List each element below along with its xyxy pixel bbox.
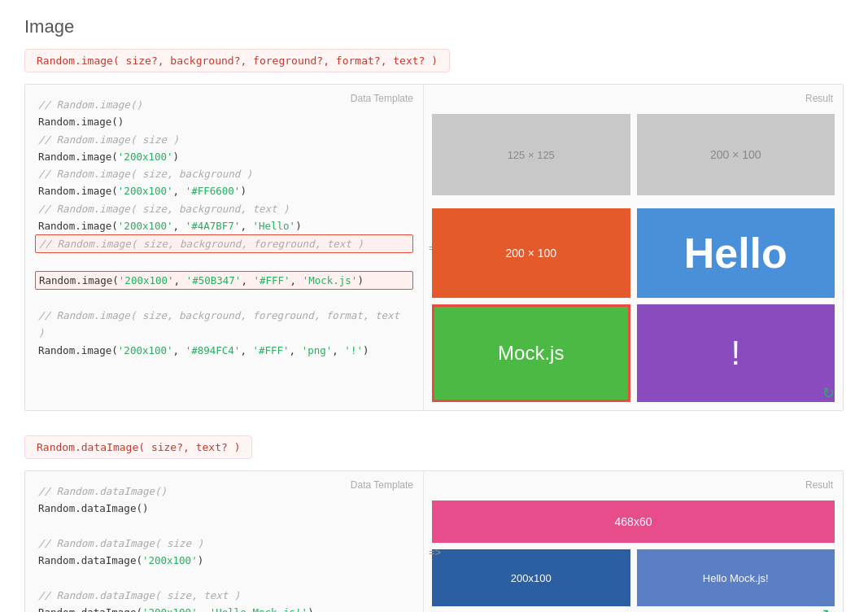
image-mockjs: Mock.js bbox=[432, 304, 630, 402]
function-signature: Random.image( size?, background?, foregr… bbox=[24, 49, 450, 72]
di-image-200: 200x100 bbox=[432, 549, 630, 606]
di-code-3: Random.dataImage('200x100', 'Hello Mock.… bbox=[38, 606, 314, 612]
result-label-1: Result bbox=[805, 93, 833, 104]
page-container: Image Random.image( size?, background?, … bbox=[0, 0, 868, 612]
di-comment-1: // Random.dataImage() bbox=[38, 485, 167, 497]
image-row-2: 200 × 100 Hello bbox=[432, 208, 835, 298]
function-signature-2: Random.dataImage( size?, text? ) bbox=[24, 435, 252, 459]
di-code-1: Random.dataImage() bbox=[38, 502, 148, 514]
image-hello: Hello bbox=[637, 208, 835, 298]
comment-4: // Random.image( size, background, text … bbox=[38, 203, 290, 215]
demo-block-1: Data Template // Random.image() Random.i… bbox=[24, 84, 844, 411]
code-line-6: Random.image('200x100', '#894FC4', '#FFF… bbox=[38, 344, 369, 356]
comment-3: // Random.image( size, background ) bbox=[38, 168, 252, 180]
code-line-5-highlight: Random.image('200x100', '#50B347', '#FFF… bbox=[35, 271, 413, 290]
image-row-1: 125 × 125 200 × 100 bbox=[432, 114, 835, 195]
di-image-row: 200x100 Hello Mock.js! bbox=[432, 549, 835, 606]
comment-5-highlight: // Random.image( size, background, foreg… bbox=[35, 234, 413, 253]
code-block-1: // Random.image() Random.image() // Rand… bbox=[38, 96, 410, 359]
result-images-1: 125 × 125 200 × 100 200 × 100 Hello Mock… bbox=[424, 85, 843, 410]
image-125: 125 × 125 bbox=[432, 114, 630, 195]
code-panel-2: Data Template // Random.dataImage() Rand… bbox=[25, 471, 424, 612]
di-image-full: 468x60 bbox=[432, 501, 835, 543]
refresh-icon-1[interactable]: ↻ bbox=[822, 384, 835, 402]
data-image-results: 468x60 200x100 Hello Mock.js! bbox=[424, 471, 843, 612]
section-title: Image bbox=[24, 16, 844, 37]
result-panel-1: Result => 125 × 125 200 × 100 200 × 100 … bbox=[424, 85, 843, 410]
image-orange: 200 × 100 bbox=[432, 208, 630, 298]
di-image-hello: Hello Mock.js! bbox=[637, 549, 835, 606]
di-comment-2: // Random.dataImage( size ) bbox=[38, 537, 203, 549]
data-template-label-2: Data Template bbox=[351, 479, 413, 491]
data-template-label: Data Template bbox=[351, 93, 413, 104]
result-label-2: Result bbox=[805, 479, 833, 491]
code-line-4: Random.image('200x100', '#4A7BF7', 'Hell… bbox=[38, 220, 302, 232]
demo-block-2: Data Template // Random.dataImage() Rand… bbox=[24, 470, 844, 612]
di-comment-3: // Random.dataImage( size, text ) bbox=[38, 589, 240, 601]
comment-6: // Random.image( size, background, foreg… bbox=[38, 309, 399, 339]
refresh-icon-2[interactable]: ↻ bbox=[822, 606, 835, 612]
result-panel-2: Result => 468x60 200x100 Hello Mock.js! … bbox=[424, 471, 843, 612]
arrow-2: => bbox=[429, 546, 441, 558]
code-line-3: Random.image('200x100', '#FF6600') bbox=[38, 185, 246, 197]
comment-1: // Random.image() bbox=[38, 98, 142, 111]
di-code-2: Random.dataImage('200x100') bbox=[38, 554, 203, 566]
image-row-3: Mock.js ! bbox=[432, 304, 835, 402]
image-exclaim: ! bbox=[637, 304, 835, 402]
comment-2: // Random.image( size ) bbox=[38, 133, 179, 146]
image-200-gray: 200 × 100 bbox=[637, 114, 835, 195]
code-block-2: // Random.dataImage() Random.dataImage()… bbox=[38, 483, 410, 612]
code-panel-1: Data Template // Random.image() Random.i… bbox=[25, 85, 424, 410]
code-line-2: Random.image('200x100') bbox=[38, 151, 179, 163]
code-line-1: Random.image() bbox=[38, 116, 124, 128]
